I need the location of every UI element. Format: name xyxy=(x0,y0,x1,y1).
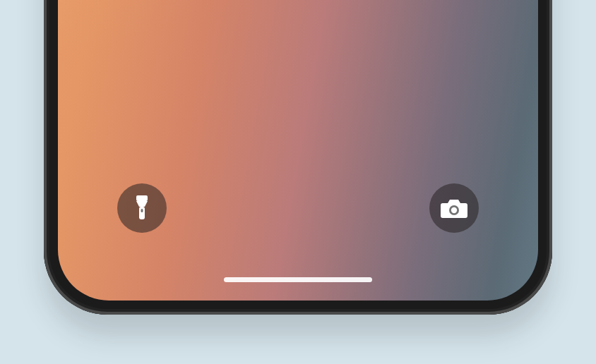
svg-rect-3 xyxy=(139,207,145,219)
lock-screen: Fasting🍽️ ✓ Done now xyxy=(58,0,538,301)
flashlight-button[interactable] xyxy=(117,183,167,233)
svg-point-6 xyxy=(451,207,457,213)
svg-rect-2 xyxy=(136,195,148,201)
svg-rect-4 xyxy=(141,209,143,212)
camera-icon xyxy=(440,197,468,219)
home-indicator[interactable] xyxy=(224,277,372,282)
camera-button[interactable] xyxy=(429,183,479,233)
stage: Fasting🍽️ ✓ Done now xyxy=(0,0,596,364)
flashlight-icon xyxy=(131,194,153,222)
phone-frame: Fasting🍽️ ✓ Done now xyxy=(44,0,552,315)
